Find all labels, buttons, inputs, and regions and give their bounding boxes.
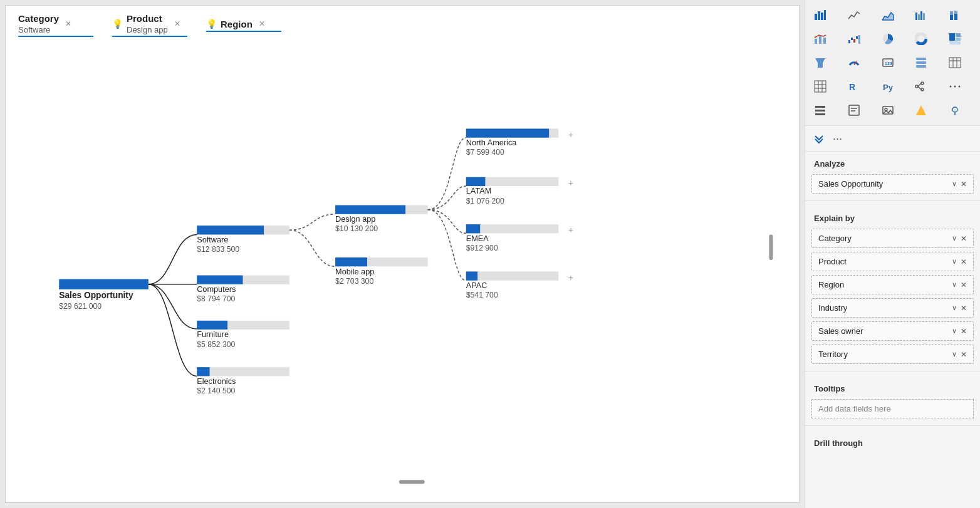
svg-rect-16 [851, 38, 853, 40]
icon-pie-chart[interactable] [877, 28, 899, 50]
icon-matrix[interactable] [809, 75, 831, 98]
territory-chevron[interactable]: ∨ [952, 350, 957, 358]
l2-designapp-label: Design app [335, 214, 375, 224]
chart-container: Category Software ✕ 💡 Product Design app… [5, 5, 800, 503]
svg-line-46 [918, 83, 921, 86]
icon-waterfall[interactable] [843, 28, 865, 50]
industry-chevron[interactable]: ∨ [952, 304, 957, 312]
filter-region[interactable]: 💡 Region ✕ [206, 19, 281, 32]
icon-bar-clustered[interactable] [910, 4, 932, 26]
industry-close[interactable]: ✕ [961, 304, 967, 313]
explain-region[interactable]: Region ∨ ✕ [811, 275, 974, 294]
connector-designapp-northamerica [428, 138, 466, 210]
more-icons-button[interactable]: ··· [833, 132, 842, 145]
l3-apac-value: $541 700 [466, 291, 498, 299]
explain-category[interactable]: Category ∨ ✕ [811, 229, 974, 248]
svg-rect-9 [950, 11, 953, 15]
icon-more[interactable] [944, 75, 966, 98]
icon-python-visual[interactable]: Py [877, 75, 899, 98]
filter-category-close[interactable]: ✕ [65, 19, 71, 28]
root-value: $29 621 000 [59, 302, 102, 311]
svg-line-47 [918, 86, 921, 90]
l3-latam-expand[interactable]: + [568, 178, 573, 188]
l1-software-value: $12 833 500 [197, 245, 239, 254]
icon-line-bar-combo[interactable] [809, 28, 831, 50]
filter-category[interactable]: Category Software ✕ [18, 13, 93, 37]
svg-rect-19 [858, 35, 860, 44]
l2-mobileapp-bar-fill [335, 257, 367, 266]
l3-na-expand[interactable]: + [568, 130, 573, 140]
product-chevron[interactable]: ∨ [952, 257, 957, 266]
svg-rect-24 [956, 33, 961, 37]
svg-rect-38 [815, 81, 826, 92]
sales-owner-chevron[interactable]: ∨ [952, 327, 957, 335]
l1-electronics-bar-fill [197, 367, 209, 376]
svg-rect-3 [824, 10, 826, 20]
l3-latam-label: LATAM [466, 186, 492, 195]
l1-furniture-value: $5 852 300 [197, 340, 235, 349]
icon-funnel[interactable] [809, 51, 831, 74]
icon-card-visual[interactable]: 123 [877, 51, 899, 74]
svg-rect-5 [918, 14, 920, 20]
analyze-close[interactable]: ✕ [961, 180, 967, 189]
svg-rect-8 [950, 15, 953, 20]
icon-table-visual[interactable] [944, 51, 966, 74]
filter-bar: Category Software ✕ 💡 Product Design app… [6, 6, 799, 44]
filter-product-close[interactable]: ✕ [174, 19, 180, 28]
l3-emea-expand[interactable]: + [568, 225, 573, 235]
icon-shape[interactable] [910, 99, 932, 122]
explain-sales-owner[interactable]: Sales owner ∨ ✕ [811, 321, 974, 341]
icon-chevron-double[interactable] [810, 130, 828, 147]
l3-emea-label: EMEA [466, 234, 489, 243]
icon-bar-stacked[interactable] [944, 4, 966, 26]
section-divider-3 [805, 425, 980, 426]
filter-region-close[interactable]: ✕ [259, 19, 265, 28]
add-fields-placeholder[interactable]: Add data fields here [811, 399, 974, 418]
l3-apac-expand[interactable]: + [568, 272, 573, 283]
l1-software-label: Software [197, 235, 228, 244]
icon-treemap[interactable] [944, 28, 966, 50]
icon-line-chart[interactable] [843, 4, 865, 26]
explain-industry[interactable]: Industry ∨ ✕ [811, 298, 974, 318]
explain-product[interactable]: Product ∨ ✕ [811, 252, 974, 271]
icon-text-box[interactable] [843, 99, 865, 122]
svg-rect-12 [815, 39, 817, 44]
explain-region-label: Region [818, 280, 844, 289]
product-close[interactable]: ✕ [961, 257, 967, 266]
scroll-handle-v[interactable] [769, 234, 773, 260]
icon-decomp-tree[interactable] [910, 75, 932, 98]
svg-rect-1 [818, 11, 820, 20]
icon-map[interactable] [944, 99, 966, 122]
explain-industry-label: Industry [818, 303, 847, 313]
svg-rect-2 [821, 13, 823, 20]
icon-area-chart[interactable] [877, 4, 899, 26]
icon-slicer[interactable] [809, 99, 831, 122]
region-close[interactable]: ✕ [961, 281, 967, 289]
scroll-handle-h[interactable] [399, 480, 425, 484]
l3-apac-bar-fill [466, 271, 477, 280]
icon-bar-chart[interactable] [809, 4, 831, 26]
svg-text:Py: Py [883, 83, 894, 92]
filter-product[interactable]: 💡 Product Design app ✕ [112, 13, 187, 37]
icon-image[interactable] [877, 99, 899, 122]
svg-rect-0 [815, 14, 817, 20]
category-close[interactable]: ✕ [961, 234, 967, 243]
svg-rect-31 [916, 58, 926, 60]
right-panel: 123 R Py [805, 0, 980, 508]
icon-grid: 123 R Py [805, 0, 980, 126]
territory-close[interactable]: ✕ [961, 350, 967, 359]
sales-owner-close[interactable]: ✕ [961, 327, 967, 336]
analyze-field-dropdown[interactable]: Sales Opportunity ∨ ✕ [811, 174, 974, 194]
explain-territory[interactable]: Territory ∨ ✕ [811, 345, 974, 364]
icon-multi-row-card[interactable] [910, 51, 932, 74]
l1-electronics-bar-bg [197, 367, 289, 376]
icon-gauge[interactable] [843, 51, 865, 74]
explain-sales-owner-label: Sales owner [818, 326, 863, 336]
category-chevron[interactable]: ∨ [952, 234, 957, 242]
icon-r-visual[interactable]: R [843, 75, 865, 98]
region-chevron[interactable]: ∨ [952, 281, 957, 289]
svg-rect-14 [823, 38, 826, 44]
analyze-chevron[interactable]: ∨ [952, 180, 957, 188]
icon-donut-chart[interactable] [910, 28, 932, 50]
l1-software-bar-fill [197, 225, 264, 234]
